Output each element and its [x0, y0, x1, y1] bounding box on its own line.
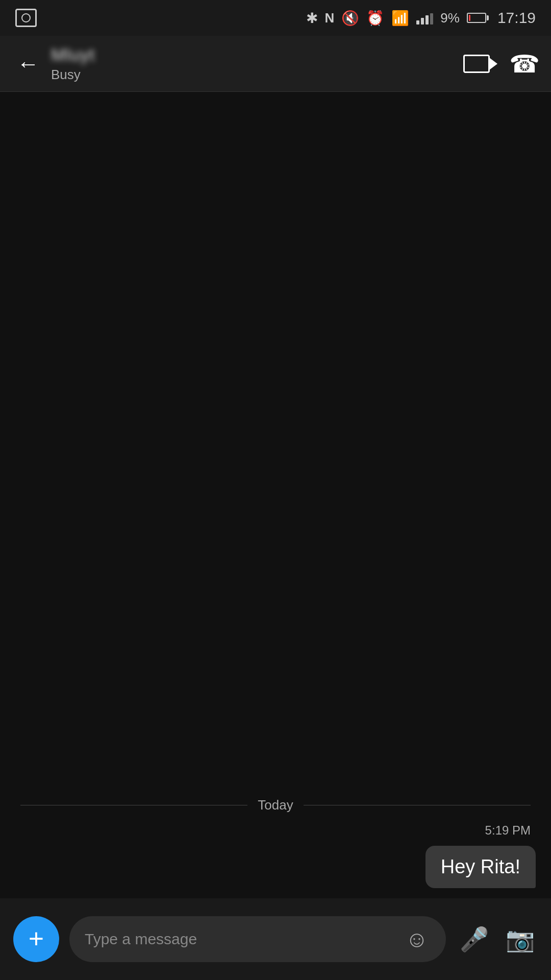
messages-container: 5:19 PM Hey Rita! [0, 823, 551, 888]
nfc-icon: N [325, 10, 335, 26]
battery-body [467, 13, 486, 23]
message-bubble-sent: Hey Rita! [425, 846, 536, 888]
date-divider: Today [0, 797, 551, 813]
status-bar-right: ✱ N 🔇 ⏰ 📶 9% 17:19 [306, 9, 536, 27]
camera-button[interactable]: 📷 [502, 921, 538, 957]
battery-fill [469, 15, 470, 21]
message-input-wrapper: ☺ [69, 916, 446, 962]
message-time: 5:19 PM [15, 823, 536, 838]
signal-bar-4 [430, 13, 433, 24]
phone-icon: ☎ [509, 50, 540, 78]
phone-call-button[interactable]: ☎ [508, 47, 541, 80]
divider-line-left [20, 805, 247, 805]
camera-icon: 📷 [506, 925, 535, 953]
contact-status: Busy [51, 67, 460, 83]
microphone-icon: 🎤 [460, 925, 489, 953]
date-divider-text: Today [247, 797, 303, 813]
signal-bar-3 [425, 15, 429, 24]
bluetooth-icon: ✱ [306, 10, 318, 27]
signal-bars [416, 11, 433, 24]
back-button[interactable]: ← [10, 46, 46, 82]
app-bar: ← Mluyt Busy ☎ [0, 36, 551, 92]
app-bar-actions: ☎ [460, 47, 541, 80]
divider-line-right [304, 805, 531, 805]
emoji-button[interactable]: ☺ [403, 925, 431, 953]
emoji-icon: ☺ [406, 926, 429, 952]
alarm-icon: ⏰ [366, 10, 384, 27]
photo-status-icon [15, 9, 37, 27]
message-input[interactable] [85, 930, 403, 948]
battery-icon [467, 13, 486, 23]
contact-name: Mluyt [51, 45, 460, 65]
signal-bar-1 [416, 20, 419, 24]
video-call-icon [463, 55, 490, 73]
signal-bar-2 [421, 18, 424, 24]
wifi-icon: 📶 [391, 10, 409, 27]
video-call-button[interactable] [460, 47, 493, 80]
add-plus-icon: + [29, 925, 44, 952]
status-bar: ✱ N 🔇 ⏰ 📶 9% 17:19 [0, 0, 551, 36]
contact-info: Mluyt Busy [46, 45, 460, 83]
add-button[interactable]: + [13, 916, 59, 962]
mute-icon: 🔇 [341, 10, 359, 27]
message-text: Hey Rita! [441, 856, 520, 877]
status-bar-left [15, 9, 37, 27]
back-arrow-icon: ← [17, 53, 39, 75]
microphone-button[interactable]: 🎤 [456, 921, 492, 957]
status-time: 17:19 [497, 9, 536, 27]
battery-percentage: 9% [440, 10, 460, 26]
input-bar: + ☺ 🎤 📷 [0, 898, 551, 980]
chat-area: Today 5:19 PM Hey Rita! [0, 92, 551, 898]
